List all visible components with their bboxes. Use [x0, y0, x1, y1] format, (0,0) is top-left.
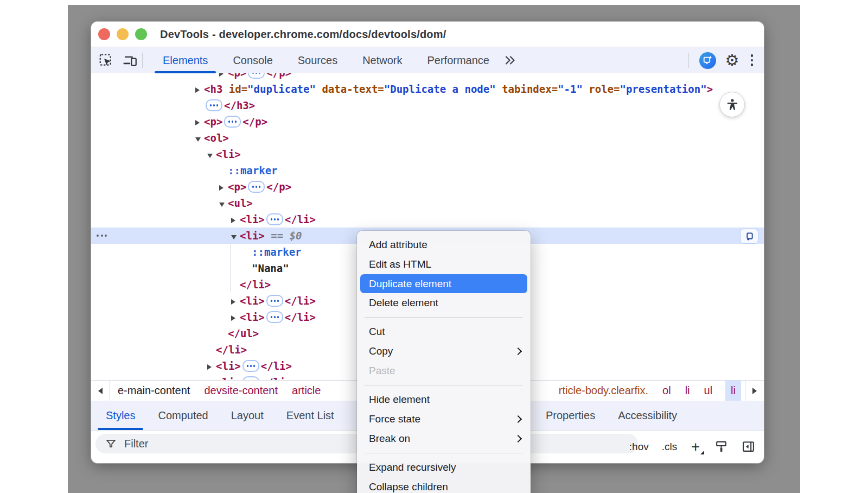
breadcrumb-item-e-main-content[interactable]: e-main-content — [117, 381, 191, 401]
inline-expand-icon[interactable] — [266, 311, 283, 323]
new-style-rule-button[interactable]: + — [689, 440, 702, 453]
sidebar-tabs-left: StylesComputedLayoutEvent List — [94, 401, 346, 430]
token-tag: <p> — [228, 73, 246, 79]
breadcrumb-left-group: e-main-contentdevsite-contentarticle — [117, 381, 322, 401]
device-toolbar-icon[interactable] — [122, 52, 138, 68]
inline-expand-icon[interactable] — [266, 295, 283, 307]
tab-performance[interactable]: Performance — [415, 47, 502, 73]
dock-side-icon[interactable] — [740, 439, 756, 455]
dom-tree-row[interactable]: <li> — [91, 146, 764, 162]
disclosure-arrow-collapsed[interactable] — [231, 299, 235, 305]
menu-item-duplicate-element[interactable]: Duplicate element — [360, 274, 527, 293]
menu-item-edit-as-html[interactable]: Edit as HTML — [357, 255, 531, 274]
menu-item-hide-element[interactable]: Hide element — [357, 390, 531, 409]
inline-expand-icon[interactable] — [224, 116, 241, 128]
disclosure-arrow-collapsed[interactable] — [219, 73, 224, 77]
token-dim: == — [265, 230, 290, 242]
token-pseudo: ::marker — [228, 165, 278, 176]
menu-item-expand-recursively[interactable]: Expand recursively — [357, 458, 531, 477]
disclosure-arrow-collapsed[interactable] — [231, 218, 235, 223]
menu-item-delete-element[interactable]: Delete element — [357, 293, 531, 313]
breadcrumb-scroll-left-icon[interactable] — [91, 381, 110, 401]
token-tag: <ol> — [204, 132, 229, 144]
breadcrumb-item-ul[interactable]: ul — [703, 381, 714, 401]
dom-tree-row[interactable]: ::marker — [91, 162, 764, 179]
panel-tabs: ElementsConsoleSourcesNetworkPerformance — [150, 47, 502, 73]
token-val: "Duplicate a node" — [384, 83, 496, 95]
menu-item-cut[interactable]: Cut — [357, 322, 531, 342]
breadcrumb-scroll-right-icon[interactable] — [745, 381, 764, 401]
disclosure-arrow-expanded[interactable] — [195, 137, 201, 142]
disclosure-arrow-expanded[interactable] — [231, 235, 237, 239]
token-tag: </li> — [261, 376, 292, 380]
breadcrumb-item-li[interactable]: li — [725, 381, 741, 401]
dom-tree-row[interactable]: </h3> — [91, 97, 764, 113]
sidebar-tab-layout[interactable]: Layout — [220, 401, 275, 430]
accessibility-person-icon[interactable] — [719, 92, 745, 117]
breadcrumb-right-group: rticle-body.clearfix.olliulli — [558, 381, 741, 401]
menu-divider — [357, 381, 531, 390]
inline-expand-icon[interactable] — [248, 181, 265, 193]
disclosure-arrow-collapsed[interactable] — [195, 87, 200, 93]
token-tag: <li> — [216, 360, 241, 372]
more-tabs-icon[interactable] — [502, 52, 518, 68]
inline-expand-icon[interactable] — [242, 360, 259, 372]
menu-item-collapse-children[interactable]: Collapse children — [357, 477, 531, 493]
token-tag: </p> — [242, 116, 267, 128]
tab-network[interactable]: Network — [350, 47, 414, 73]
brush-icon[interactable] — [713, 439, 729, 455]
inline-expand-icon[interactable] — [248, 73, 265, 79]
ask-ai-row-icon[interactable] — [740, 229, 758, 244]
disclosure-arrow-collapsed[interactable] — [207, 364, 212, 370]
close-icon[interactable] — [98, 28, 110, 40]
ai-assistant-icon[interactable] — [699, 52, 716, 69]
disclosure-arrow-expanded[interactable] — [207, 154, 213, 158]
token-dimi: $0 — [290, 230, 302, 242]
dom-tree-row[interactable]: <ol> — [91, 130, 764, 146]
disclosure-arrow-collapsed[interactable] — [219, 185, 224, 191]
dom-tree-row[interactable]: <p></p> — [91, 113, 764, 130]
disclosure-arrow-collapsed[interactable] — [231, 315, 235, 321]
tab-console[interactable]: Console — [220, 47, 285, 73]
dom-tree-row[interactable]: <ul> — [91, 195, 764, 211]
token-tag: </h3> — [224, 99, 255, 111]
minimize-icon[interactable] — [117, 28, 129, 40]
token-tag: </p> — [266, 73, 291, 79]
breadcrumb-item-article[interactable]: article — [291, 381, 322, 401]
dom-tree-row[interactable]: <p></p> — [91, 73, 764, 81]
disclosure-arrow-expanded[interactable] — [219, 203, 225, 207]
token-tag: </li> — [285, 311, 316, 323]
tab-elements[interactable]: Elements — [150, 47, 220, 73]
token-attr: tabindex= — [496, 83, 558, 95]
row-overflow-dots-icon[interactable] — [97, 227, 107, 244]
disclosure-arrow-collapsed[interactable] — [195, 120, 200, 125]
menu-item-copy[interactable]: Copy — [357, 342, 531, 361]
kebab-menu-icon[interactable] — [749, 53, 756, 67]
breadcrumb-item-devsite-content[interactable]: devsite-content — [203, 381, 279, 401]
sidebar-tab-event-list[interactable]: Event List — [275, 401, 346, 430]
dom-tree-row[interactable]: <p></p> — [91, 179, 764, 195]
inline-expand-icon[interactable] — [266, 213, 283, 225]
gear-icon[interactable]: ⚙ — [725, 52, 739, 68]
element-classes-button[interactable]: .cls — [661, 440, 679, 454]
tab-sources[interactable]: Sources — [285, 47, 350, 73]
dom-tree-row[interactable]: <h3 id="duplicate" data-text="Duplicate … — [91, 81, 764, 97]
breadcrumb-item-ol[interactable]: ol — [661, 381, 672, 401]
breadcrumb-item-rticle-body-clearfix[interactable]: rticle-body.clearfix. — [558, 381, 649, 401]
toggle-hover-state-button[interactable]: :hov — [628, 440, 650, 454]
sidebar-tab-accessibility[interactable]: Accessibility — [607, 401, 688, 430]
inline-expand-icon[interactable] — [206, 99, 222, 111]
breadcrumb-item-li[interactable]: li — [684, 381, 691, 401]
maximize-icon[interactable] — [135, 28, 147, 40]
inline-expand-icon[interactable] — [242, 376, 259, 380]
sidebar-tab-styles[interactable]: Styles — [94, 401, 146, 430]
submenu-chevron-icon — [514, 415, 522, 423]
sidebar-tab-properties[interactable]: Properties — [534, 401, 607, 430]
menu-item-add-attribute[interactable]: Add attribute — [357, 235, 531, 255]
dom-tree-row[interactable]: <li></li> — [91, 211, 764, 227]
styles-pane-buttons: :hov .cls + — [628, 431, 756, 463]
menu-item-force-state[interactable]: Force state — [357, 409, 531, 429]
menu-item-break-on[interactable]: Break on — [357, 429, 531, 448]
inspect-icon[interactable] — [98, 52, 114, 68]
sidebar-tab-computed[interactable]: Computed — [146, 401, 219, 430]
